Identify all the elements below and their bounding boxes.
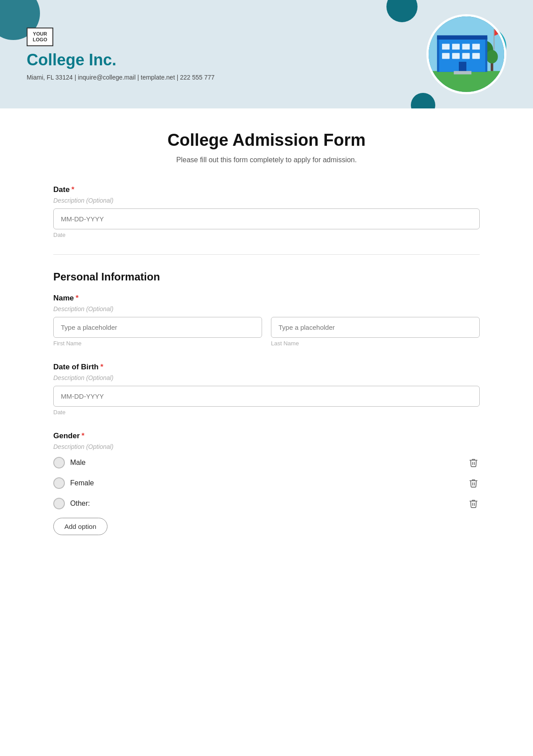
logo-box: YOUR LOGO <box>27 28 53 46</box>
last-name-col: Last Name <box>271 317 480 347</box>
date-description: Description (Optional) <box>53 197 480 204</box>
last-name-input[interactable] <box>271 317 480 338</box>
first-name-sublabel: First Name <box>53 340 262 347</box>
gender-radio-group: Male Female <box>53 455 480 512</box>
name-required: * <box>76 294 79 302</box>
dob-label: Date of Birth* <box>53 363 480 372</box>
building-svg <box>429 14 504 94</box>
radio-female-circle[interactable] <box>53 477 65 489</box>
first-name-col: First Name <box>53 317 262 347</box>
svg-rect-8 <box>437 36 487 40</box>
svg-rect-19 <box>493 29 494 50</box>
radio-other-circle[interactable] <box>53 498 65 509</box>
svg-rect-14 <box>452 53 460 59</box>
section-divider <box>53 254 480 255</box>
college-image <box>426 14 506 94</box>
gender-field: Gender* Description (Optional) Male <box>53 432 480 535</box>
deco-circle-topright3 <box>411 93 435 108</box>
gender-required: * <box>82 432 85 440</box>
svg-rect-15 <box>462 53 470 59</box>
dob-description: Description (Optional) <box>53 374 480 381</box>
gender-description: Description (Optional) <box>53 443 480 450</box>
svg-rect-10 <box>452 44 460 49</box>
svg-rect-12 <box>472 44 480 49</box>
main-content: College Admission Form Please fill out t… <box>0 108 533 573</box>
svg-point-5 <box>486 50 497 64</box>
last-name-sublabel: Last Name <box>271 340 480 347</box>
college-contact: Miami, FL 33124 | inquire@college.mail |… <box>27 74 215 81</box>
radio-male-label: Male <box>70 459 86 467</box>
radio-option-male-left: Male <box>53 457 86 468</box>
add-option-label: Add option <box>64 523 96 530</box>
page-header: YOUR LOGO College Inc. Miami, FL 33124 |… <box>0 0 533 108</box>
delete-other-icon[interactable] <box>467 497 480 510</box>
dob-field: Date of Birth* Description (Optional) Da… <box>53 363 480 416</box>
dob-input[interactable] <box>53 386 480 407</box>
radio-option-other-left: Other: <box>53 498 90 509</box>
svg-rect-9 <box>442 44 449 49</box>
first-name-input[interactable] <box>53 317 262 338</box>
svg-rect-18 <box>454 71 472 75</box>
gender-label: Gender* <box>53 432 480 440</box>
college-name: College Inc. <box>27 51 215 69</box>
deco-circle-topright1 <box>386 0 418 22</box>
name-label: Name* <box>53 294 480 303</box>
svg-rect-16 <box>472 53 480 59</box>
add-option-button[interactable]: Add option <box>53 518 107 535</box>
svg-rect-13 <box>442 53 449 59</box>
svg-rect-17 <box>459 62 466 72</box>
date-sublabel: Date <box>53 232 480 238</box>
form-subtitle: Please fill out this form completely to … <box>53 156 480 164</box>
name-description: Description (Optional) <box>53 305 480 312</box>
date-field: Date* Description (Optional) Date <box>53 185 480 238</box>
personal-info-title: Personal Information <box>53 271 480 283</box>
date-required: * <box>72 185 75 194</box>
name-row: First Name Last Name <box>53 317 480 347</box>
dob-sublabel: Date <box>53 409 480 416</box>
radio-option-other: Other: <box>53 496 480 512</box>
dob-required: * <box>100 363 103 371</box>
header-right <box>426 14 506 94</box>
header-left: YOUR LOGO College Inc. Miami, FL 33124 |… <box>27 28 215 81</box>
radio-male-circle[interactable] <box>53 457 65 468</box>
svg-rect-11 <box>462 44 470 49</box>
form-title: College Admission Form <box>53 131 480 150</box>
date-input[interactable] <box>53 208 480 229</box>
delete-male-icon[interactable] <box>467 456 480 469</box>
radio-female-label: Female <box>70 479 94 487</box>
delete-female-icon[interactable] <box>467 477 480 489</box>
radio-option-male: Male <box>53 455 480 471</box>
radio-other-label: Other: <box>70 500 90 508</box>
name-field: Name* Description (Optional) First Name … <box>53 294 480 347</box>
radio-option-female: Female <box>53 475 480 491</box>
radio-option-female-left: Female <box>53 477 94 489</box>
date-label: Date* <box>53 185 480 194</box>
